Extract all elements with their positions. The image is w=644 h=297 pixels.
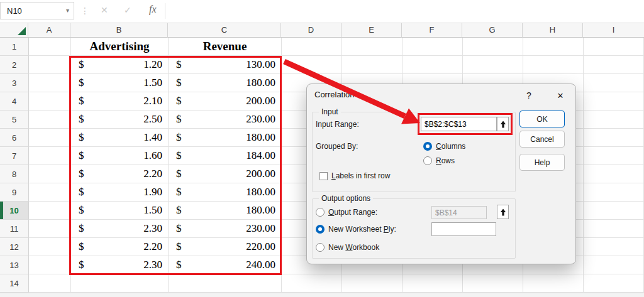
radio-new-worksheet-ply[interactable]: New Worksheet Ply: xyxy=(316,224,396,234)
dialog-help-button[interactable]: ? xyxy=(521,89,537,102)
cell-b6[interactable]: $1.40 xyxy=(71,129,169,147)
insert-function-icon[interactable]: fx xyxy=(149,4,157,15)
cell[interactable] xyxy=(29,129,71,147)
radio-output-range[interactable]: Output Range: xyxy=(316,207,377,217)
cell-b11[interactable]: $2.30 xyxy=(71,220,169,238)
row-header-5[interactable]: 5 xyxy=(0,111,29,129)
cell-b9[interactable]: $1.90 xyxy=(71,183,169,202)
new-worksheet-ply-field[interactable] xyxy=(431,222,496,236)
cell-b8[interactable]: $2.20 xyxy=(71,165,169,183)
chevron-down-icon[interactable]: ▾ xyxy=(66,8,69,14)
cell-c4[interactable]: $200.00 xyxy=(169,92,282,111)
name-box[interactable]: N10 ▾ xyxy=(0,2,74,19)
cell-c3[interactable]: $180.00 xyxy=(169,74,282,92)
cell-c10[interactable]: $180.00 xyxy=(169,202,282,220)
row-header-8[interactable]: 8 xyxy=(0,165,29,183)
cell-b4[interactable]: $2.10 xyxy=(71,92,169,111)
currency-symbol: $ xyxy=(79,58,84,71)
checkbox-labels-first-row[interactable]: Labels in first row xyxy=(319,171,390,181)
cell-b1[interactable]: Advertising xyxy=(71,38,169,56)
help-button[interactable]: Help xyxy=(519,154,565,171)
cell-b14[interactable] xyxy=(71,274,169,293)
cell[interactable] xyxy=(29,56,71,74)
cell-b3[interactable]: $1.50 xyxy=(71,74,169,92)
ok-button[interactable]: OK xyxy=(519,111,565,127)
enter-icon[interactable]: ✓ xyxy=(124,5,131,15)
cell-c13[interactable]: $240.00 xyxy=(169,256,282,274)
cell-b7[interactable]: $1.60 xyxy=(71,147,169,165)
cell[interactable] xyxy=(29,92,71,111)
cell[interactable] xyxy=(29,202,71,220)
currency-symbol: $ xyxy=(79,240,84,253)
cell-b2[interactable]: $1.20 xyxy=(71,56,169,74)
column-header-e[interactable]: E xyxy=(341,23,402,38)
radio-icon xyxy=(423,156,432,165)
input-range-picker-button[interactable] xyxy=(497,117,509,131)
row-header-6[interactable]: 6 xyxy=(0,129,29,147)
formula-input[interactable] xyxy=(165,0,644,22)
cell-b10[interactable]: $1.50 xyxy=(71,202,169,220)
cell[interactable] xyxy=(29,165,71,183)
cell-c14[interactable] xyxy=(169,274,282,293)
cancel-button[interactable]: Cancel xyxy=(519,131,565,148)
row-header-4[interactable]: 4 xyxy=(0,92,29,111)
cell-c12[interactable]: $220.00 xyxy=(169,238,282,256)
radio-new-workbook[interactable]: New Workbook xyxy=(316,242,379,252)
cells-empty[interactable] xyxy=(282,56,644,74)
cell[interactable] xyxy=(29,147,71,165)
cell-c6[interactable]: $180.00 xyxy=(169,129,282,147)
column-header-a[interactable]: A xyxy=(28,23,70,38)
cell[interactable] xyxy=(29,256,71,274)
row-header-14[interactable]: 14 xyxy=(0,274,29,293)
input-group-label: Input xyxy=(319,107,341,116)
radio-rows[interactable]: Rows xyxy=(423,156,455,166)
cell-c8[interactable]: $200.00 xyxy=(169,165,282,183)
row-header-9[interactable]: 9 xyxy=(0,183,29,202)
input-range-field[interactable]: $B$2:$C$13 xyxy=(421,117,497,131)
row-header-1[interactable]: 1 xyxy=(0,38,29,56)
select-all-corner[interactable] xyxy=(0,23,28,38)
currency-symbol: $ xyxy=(79,131,84,144)
cell-b5[interactable]: $2.50 xyxy=(71,111,169,129)
cell[interactable] xyxy=(29,183,71,202)
cell-c5[interactable]: $230.00 xyxy=(169,111,282,129)
cell[interactable] xyxy=(29,220,71,238)
cancel-icon[interactable]: ✕ xyxy=(101,5,108,15)
cell-b13[interactable]: $2.30 xyxy=(71,256,169,274)
row-header-2[interactable]: 2 xyxy=(0,56,29,74)
cell-value: 1.50 xyxy=(143,204,162,217)
cell-c2[interactable]: $130.00 xyxy=(169,56,282,74)
cell-value: 1.60 xyxy=(143,149,162,162)
row-header-12[interactable]: 12 xyxy=(0,238,29,256)
cell-c11[interactable]: $230.00 xyxy=(169,220,282,238)
radio-columns[interactable]: Columns xyxy=(423,141,465,151)
cell-c1[interactable]: Revenue xyxy=(169,38,282,56)
cell-c9[interactable]: $180.00 xyxy=(169,183,282,202)
column-header-f[interactable]: F xyxy=(402,23,462,38)
close-icon[interactable]: ✕ xyxy=(552,89,569,102)
row-header-3[interactable]: 3 xyxy=(0,74,29,92)
currency-symbol: $ xyxy=(176,204,182,217)
output-range-picker-button[interactable] xyxy=(497,205,509,219)
range-picker-icon xyxy=(500,208,506,216)
column-header-b[interactable]: B xyxy=(70,23,168,38)
column-header-d[interactable]: D xyxy=(281,23,341,38)
cell[interactable] xyxy=(29,238,71,256)
row-header-10[interactable]: 10 xyxy=(0,202,29,220)
cells-empty[interactable] xyxy=(282,274,644,293)
cell[interactable] xyxy=(29,74,71,92)
cell[interactable] xyxy=(29,38,71,56)
cell[interactable] xyxy=(29,111,71,129)
column-header-g[interactable]: G xyxy=(462,23,523,38)
cell[interactable] xyxy=(29,274,71,293)
range-picker-icon xyxy=(500,121,506,128)
column-header-i[interactable]: I xyxy=(583,23,644,38)
cells-empty[interactable] xyxy=(282,38,644,56)
cell-c7[interactable]: $184.00 xyxy=(169,147,282,165)
column-header-c[interactable]: C xyxy=(168,23,281,38)
row-header-11[interactable]: 11 xyxy=(0,220,29,238)
row-header-13[interactable]: 13 xyxy=(0,256,29,274)
cell-b12[interactable]: $2.20 xyxy=(71,238,169,256)
column-header-h[interactable]: H xyxy=(523,23,583,38)
row-header-7[interactable]: 7 xyxy=(0,147,29,165)
